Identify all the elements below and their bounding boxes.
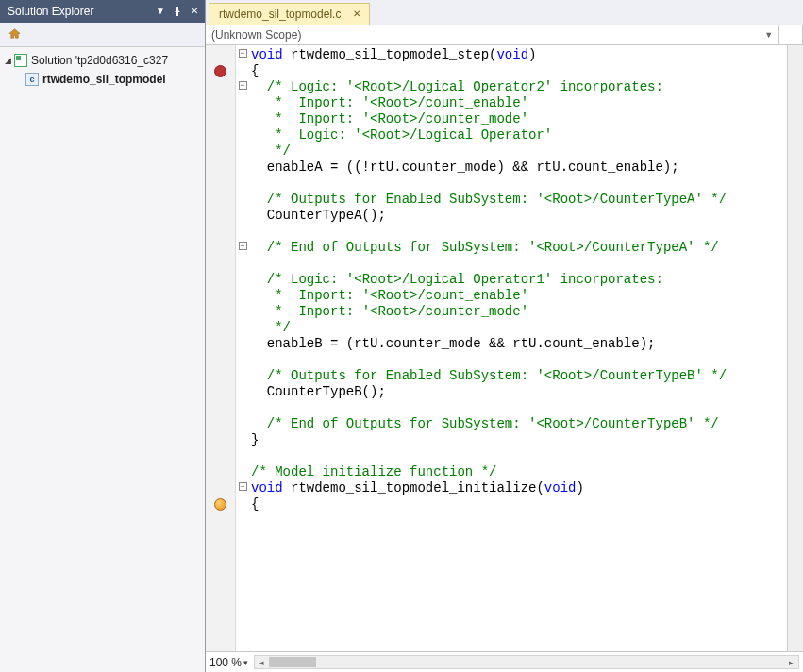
scroll-right-icon[interactable]: ▸ xyxy=(784,656,798,668)
code-line[interactable]: */ xyxy=(251,143,787,160)
fold-gutter[interactable]: −−−− xyxy=(236,45,249,651)
tab-close-icon[interactable]: ✕ xyxy=(350,8,363,21)
code-line[interactable]: enableB = (rtU.counter_mode && rtU.count… xyxy=(251,336,787,352)
home-icon[interactable] xyxy=(4,25,25,45)
c-file-icon xyxy=(25,73,40,86)
scroll-left-icon[interactable]: ◂ xyxy=(255,656,269,668)
code-line[interactable] xyxy=(251,256,787,272)
code-line[interactable]: */ xyxy=(251,320,787,336)
code-line[interactable]: /* Model initialize function */ xyxy=(251,464,787,480)
fold-toggle-icon[interactable]: − xyxy=(239,242,247,250)
solution-label: Solution 'tp2d0d6316_c327 xyxy=(31,54,168,67)
pin-icon[interactable] xyxy=(171,5,184,18)
scope-bar: (Unknown Scope) ▼ xyxy=(206,25,803,45)
file-label: rtwdemo_sil_topmodel xyxy=(42,73,166,86)
code-line[interactable]: /* Logic: '<Root>/Logical Operator1' inc… xyxy=(251,272,787,288)
breakpoint-gutter[interactable] xyxy=(206,45,236,651)
solution-explorer-toolbar xyxy=(0,23,205,47)
scope-label: (Unknown Scope) xyxy=(211,28,301,42)
code-line[interactable]: /* End of Outputs for SubSystem: '<Root>… xyxy=(251,240,787,256)
code-line[interactable] xyxy=(251,352,787,368)
editor-area: rtwdemo_sil_topmodel.c ✕ (Unknown Scope)… xyxy=(206,0,803,672)
code-line[interactable]: /* End of Outputs for SubSystem: '<Root>… xyxy=(251,416,787,432)
vertical-scrollbar[interactable] xyxy=(787,45,803,651)
fold-toggle-icon[interactable]: − xyxy=(239,482,247,491)
code-line[interactable] xyxy=(251,176,787,192)
code-line[interactable]: /* Outputs for Enabled SubSystem: '<Root… xyxy=(251,368,787,384)
tab-label: rtwdemo_sil_topmodel.c xyxy=(219,8,341,21)
solution-explorer-pane: Solution Explorer ▼ ✕ ◢ Solution 'tp2d0d… xyxy=(0,0,206,672)
fold-toggle-icon[interactable]: − xyxy=(239,81,247,90)
editor-tabstrip: rtwdemo_sil_topmodel.c ✕ xyxy=(206,0,803,25)
dropdown-icon[interactable]: ▼ xyxy=(154,5,167,18)
member-dropdown[interactable] xyxy=(779,25,803,44)
code-line[interactable]: } xyxy=(251,432,787,448)
code-line[interactable]: * Logic: '<Root>/Logical Operator' xyxy=(251,127,787,143)
scope-dropdown[interactable]: (Unknown Scope) ▼ xyxy=(206,25,779,44)
breakpoint-icon[interactable] xyxy=(214,65,226,77)
code-line[interactable]: enableA = ((!rtU.counter_mode) && rtU.co… xyxy=(251,160,787,176)
solution-node[interactable]: ◢ Solution 'tp2d0d6316_c327 xyxy=(2,51,203,70)
file-node[interactable]: rtwdemo_sil_topmodel xyxy=(2,70,203,89)
code-viewport: −−−− void rtwdemo_sil_topmodel_step(void… xyxy=(206,45,803,651)
solution-explorer-title: Solution Explorer xyxy=(8,5,150,18)
code-line[interactable]: { xyxy=(251,63,787,79)
code-line[interactable]: void rtwdemo_sil_topmodel_step(void) xyxy=(251,47,787,63)
editor-statusbar: 100 % ▾ ◂ ▸ xyxy=(206,651,803,672)
close-icon[interactable]: ✕ xyxy=(188,5,201,18)
code-line[interactable] xyxy=(251,400,787,416)
code-line[interactable]: CounterTypeB(); xyxy=(251,384,787,400)
zoom-control[interactable]: 100 % ▾ xyxy=(209,656,248,669)
code-line[interactable]: { xyxy=(251,496,787,512)
code-editor[interactable]: void rtwdemo_sil_topmodel_step(void){ /*… xyxy=(249,45,787,651)
code-line[interactable]: CounterTypeA(); xyxy=(251,208,787,224)
solution-explorer-header: Solution Explorer ▼ ✕ xyxy=(0,0,205,23)
solution-tree[interactable]: ◢ Solution 'tp2d0d6316_c327 rtwdemo_sil_… xyxy=(0,47,205,672)
chevron-down-icon: ▼ xyxy=(764,30,773,40)
code-line[interactable]: /* Logic: '<Root>/Logical Operator2' inc… xyxy=(251,79,787,95)
horizontal-scrollbar[interactable]: ◂ ▸ xyxy=(254,655,799,669)
zoom-label: 100 % xyxy=(209,656,242,669)
fold-toggle-icon[interactable]: − xyxy=(239,49,247,58)
code-line[interactable]: * Inport: '<Root>/count_enable' xyxy=(251,288,787,304)
solution-icon xyxy=(13,54,28,67)
code-line[interactable] xyxy=(251,448,787,464)
code-line[interactable]: * Inport: '<Root>/counter_mode' xyxy=(251,304,787,320)
code-line[interactable]: void rtwdemo_sil_topmodel_initialize(voi… xyxy=(251,480,787,496)
code-line[interactable]: * Inport: '<Root>/counter_mode' xyxy=(251,111,787,127)
editor-tab[interactable]: rtwdemo_sil_topmodel.c ✕ xyxy=(209,3,370,25)
code-line[interactable] xyxy=(251,224,787,240)
conditional-breakpoint-icon[interactable] xyxy=(214,498,226,511)
chevron-down-icon: ▾ xyxy=(243,658,248,667)
scroll-thumb[interactable] xyxy=(269,657,316,667)
collapse-icon[interactable]: ◢ xyxy=(2,56,13,65)
code-line[interactable]: /* Outputs for Enabled SubSystem: '<Root… xyxy=(251,192,787,208)
code-line[interactable]: * Inport: '<Root>/count_enable' xyxy=(251,95,787,111)
